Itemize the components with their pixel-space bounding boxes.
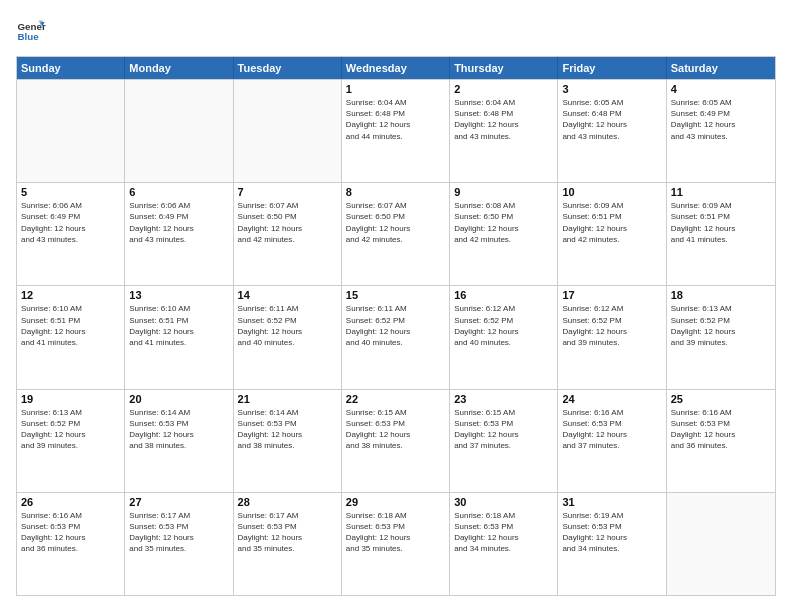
day-number: 29: [346, 496, 445, 508]
day-info: Sunrise: 6:16 AM Sunset: 6:53 PM Dayligh…: [562, 407, 661, 452]
calendar-day-11: 11Sunrise: 6:09 AM Sunset: 6:51 PM Dayli…: [667, 183, 775, 285]
header-day-friday: Friday: [558, 57, 666, 79]
day-number: 9: [454, 186, 553, 198]
calendar-day-9: 9Sunrise: 6:08 AM Sunset: 6:50 PM Daylig…: [450, 183, 558, 285]
calendar-day-20: 20Sunrise: 6:14 AM Sunset: 6:53 PM Dayli…: [125, 390, 233, 492]
calendar-day-12: 12Sunrise: 6:10 AM Sunset: 6:51 PM Dayli…: [17, 286, 125, 388]
day-number: 4: [671, 83, 771, 95]
day-number: 8: [346, 186, 445, 198]
header-day-tuesday: Tuesday: [234, 57, 342, 79]
day-number: 1: [346, 83, 445, 95]
logo: General Blue: [16, 16, 46, 46]
calendar-day-23: 23Sunrise: 6:15 AM Sunset: 6:53 PM Dayli…: [450, 390, 558, 492]
day-info: Sunrise: 6:13 AM Sunset: 6:52 PM Dayligh…: [671, 303, 771, 348]
day-info: Sunrise: 6:09 AM Sunset: 6:51 PM Dayligh…: [562, 200, 661, 245]
day-info: Sunrise: 6:18 AM Sunset: 6:53 PM Dayligh…: [346, 510, 445, 555]
calendar-header: SundayMondayTuesdayWednesdayThursdayFrid…: [17, 57, 775, 79]
day-info: Sunrise: 6:07 AM Sunset: 6:50 PM Dayligh…: [238, 200, 337, 245]
calendar-day-17: 17Sunrise: 6:12 AM Sunset: 6:52 PM Dayli…: [558, 286, 666, 388]
day-number: 21: [238, 393, 337, 405]
day-info: Sunrise: 6:14 AM Sunset: 6:53 PM Dayligh…: [129, 407, 228, 452]
day-info: Sunrise: 6:06 AM Sunset: 6:49 PM Dayligh…: [129, 200, 228, 245]
calendar-day-31: 31Sunrise: 6:19 AM Sunset: 6:53 PM Dayli…: [558, 493, 666, 595]
calendar-row: 26Sunrise: 6:16 AM Sunset: 6:53 PM Dayli…: [17, 492, 775, 595]
day-number: 17: [562, 289, 661, 301]
day-number: 26: [21, 496, 120, 508]
day-info: Sunrise: 6:17 AM Sunset: 6:53 PM Dayligh…: [238, 510, 337, 555]
day-number: 30: [454, 496, 553, 508]
calendar-day-29: 29Sunrise: 6:18 AM Sunset: 6:53 PM Dayli…: [342, 493, 450, 595]
calendar-day-19: 19Sunrise: 6:13 AM Sunset: 6:52 PM Dayli…: [17, 390, 125, 492]
day-info: Sunrise: 6:12 AM Sunset: 6:52 PM Dayligh…: [562, 303, 661, 348]
calendar: SundayMondayTuesdayWednesdayThursdayFrid…: [16, 56, 776, 596]
day-number: 31: [562, 496, 661, 508]
day-number: 23: [454, 393, 553, 405]
calendar-row: 19Sunrise: 6:13 AM Sunset: 6:52 PM Dayli…: [17, 389, 775, 492]
calendar-day-16: 16Sunrise: 6:12 AM Sunset: 6:52 PM Dayli…: [450, 286, 558, 388]
logo-icon: General Blue: [16, 16, 46, 46]
calendar-row: 5Sunrise: 6:06 AM Sunset: 6:49 PM Daylig…: [17, 182, 775, 285]
header-day-wednesday: Wednesday: [342, 57, 450, 79]
calendar-day-15: 15Sunrise: 6:11 AM Sunset: 6:52 PM Dayli…: [342, 286, 450, 388]
day-number: 13: [129, 289, 228, 301]
day-number: 12: [21, 289, 120, 301]
day-info: Sunrise: 6:19 AM Sunset: 6:53 PM Dayligh…: [562, 510, 661, 555]
calendar-day-21: 21Sunrise: 6:14 AM Sunset: 6:53 PM Dayli…: [234, 390, 342, 492]
day-info: Sunrise: 6:05 AM Sunset: 6:48 PM Dayligh…: [562, 97, 661, 142]
day-info: Sunrise: 6:10 AM Sunset: 6:51 PM Dayligh…: [21, 303, 120, 348]
calendar-row: 1Sunrise: 6:04 AM Sunset: 6:48 PM Daylig…: [17, 79, 775, 182]
calendar-empty: [125, 80, 233, 182]
calendar-day-5: 5Sunrise: 6:06 AM Sunset: 6:49 PM Daylig…: [17, 183, 125, 285]
day-number: 19: [21, 393, 120, 405]
calendar-day-4: 4Sunrise: 6:05 AM Sunset: 6:49 PM Daylig…: [667, 80, 775, 182]
day-number: 27: [129, 496, 228, 508]
header-day-monday: Monday: [125, 57, 233, 79]
day-info: Sunrise: 6:14 AM Sunset: 6:53 PM Dayligh…: [238, 407, 337, 452]
calendar-day-24: 24Sunrise: 6:16 AM Sunset: 6:53 PM Dayli…: [558, 390, 666, 492]
day-number: 11: [671, 186, 771, 198]
day-number: 7: [238, 186, 337, 198]
day-number: 5: [21, 186, 120, 198]
day-info: Sunrise: 6:17 AM Sunset: 6:53 PM Dayligh…: [129, 510, 228, 555]
day-number: 22: [346, 393, 445, 405]
calendar-day-28: 28Sunrise: 6:17 AM Sunset: 6:53 PM Dayli…: [234, 493, 342, 595]
day-info: Sunrise: 6:11 AM Sunset: 6:52 PM Dayligh…: [346, 303, 445, 348]
calendar-day-2: 2Sunrise: 6:04 AM Sunset: 6:48 PM Daylig…: [450, 80, 558, 182]
day-number: 28: [238, 496, 337, 508]
day-number: 6: [129, 186, 228, 198]
day-info: Sunrise: 6:04 AM Sunset: 6:48 PM Dayligh…: [346, 97, 445, 142]
day-number: 10: [562, 186, 661, 198]
day-number: 3: [562, 83, 661, 95]
calendar-day-1: 1Sunrise: 6:04 AM Sunset: 6:48 PM Daylig…: [342, 80, 450, 182]
day-number: 14: [238, 289, 337, 301]
day-number: 18: [671, 289, 771, 301]
calendar-empty: [17, 80, 125, 182]
calendar-day-8: 8Sunrise: 6:07 AM Sunset: 6:50 PM Daylig…: [342, 183, 450, 285]
day-number: 15: [346, 289, 445, 301]
calendar-day-14: 14Sunrise: 6:11 AM Sunset: 6:52 PM Dayli…: [234, 286, 342, 388]
header-day-saturday: Saturday: [667, 57, 775, 79]
day-info: Sunrise: 6:09 AM Sunset: 6:51 PM Dayligh…: [671, 200, 771, 245]
calendar-body: 1Sunrise: 6:04 AM Sunset: 6:48 PM Daylig…: [17, 79, 775, 595]
day-info: Sunrise: 6:07 AM Sunset: 6:50 PM Dayligh…: [346, 200, 445, 245]
day-info: Sunrise: 6:11 AM Sunset: 6:52 PM Dayligh…: [238, 303, 337, 348]
day-info: Sunrise: 6:16 AM Sunset: 6:53 PM Dayligh…: [21, 510, 120, 555]
day-info: Sunrise: 6:04 AM Sunset: 6:48 PM Dayligh…: [454, 97, 553, 142]
svg-text:Blue: Blue: [18, 31, 40, 42]
day-info: Sunrise: 6:10 AM Sunset: 6:51 PM Dayligh…: [129, 303, 228, 348]
calendar-day-25: 25Sunrise: 6:16 AM Sunset: 6:53 PM Dayli…: [667, 390, 775, 492]
day-number: 16: [454, 289, 553, 301]
day-info: Sunrise: 6:06 AM Sunset: 6:49 PM Dayligh…: [21, 200, 120, 245]
day-info: Sunrise: 6:13 AM Sunset: 6:52 PM Dayligh…: [21, 407, 120, 452]
calendar-day-6: 6Sunrise: 6:06 AM Sunset: 6:49 PM Daylig…: [125, 183, 233, 285]
day-number: 24: [562, 393, 661, 405]
calendar-day-18: 18Sunrise: 6:13 AM Sunset: 6:52 PM Dayli…: [667, 286, 775, 388]
calendar-empty: [667, 493, 775, 595]
header-day-thursday: Thursday: [450, 57, 558, 79]
day-info: Sunrise: 6:08 AM Sunset: 6:50 PM Dayligh…: [454, 200, 553, 245]
day-info: Sunrise: 6:12 AM Sunset: 6:52 PM Dayligh…: [454, 303, 553, 348]
day-number: 2: [454, 83, 553, 95]
calendar-day-26: 26Sunrise: 6:16 AM Sunset: 6:53 PM Dayli…: [17, 493, 125, 595]
day-info: Sunrise: 6:15 AM Sunset: 6:53 PM Dayligh…: [454, 407, 553, 452]
day-number: 25: [671, 393, 771, 405]
